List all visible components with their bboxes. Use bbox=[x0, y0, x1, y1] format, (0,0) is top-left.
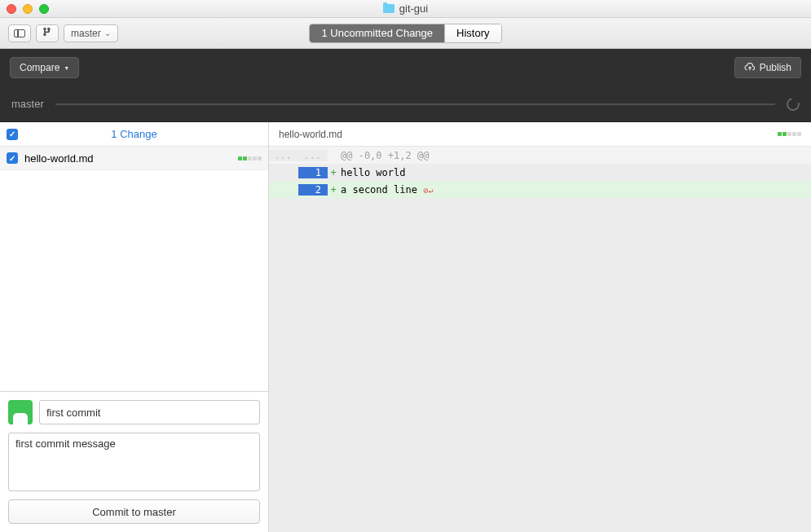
comparison-panel: Compare Publish master bbox=[0, 49, 811, 122]
author-avatar[interactable] bbox=[8, 400, 33, 424]
diff-code: hello world bbox=[339, 167, 811, 178]
file-list: ✓ hello-world.md bbox=[0, 147, 268, 391]
new-line-num: 1 bbox=[298, 167, 328, 178]
diff-filename: hello-world.md bbox=[279, 129, 342, 140]
new-line-num: ... bbox=[298, 150, 328, 161]
toggle-sidebar-button[interactable] bbox=[8, 24, 31, 42]
file-row[interactable]: ✓ hello-world.md bbox=[0, 147, 268, 170]
file-name: hello-world.md bbox=[24, 152, 94, 165]
diff-view: hello-world.md ... ... @@ -0,0 +1,2 @@ 1… bbox=[269, 122, 811, 532]
select-all-checkbox[interactable]: ✓ bbox=[7, 129, 18, 140]
branch-icon bbox=[42, 26, 52, 40]
changes-count-label: 1 Change bbox=[111, 128, 156, 140]
toolbar: master 1 Uncommitted Change History bbox=[0, 18, 811, 49]
window-title: git-gui bbox=[399, 2, 428, 15]
folder-icon bbox=[383, 4, 394, 13]
tab-changes[interactable]: 1 Uncommitted Change bbox=[310, 24, 444, 42]
diff-header: hello-world.md bbox=[269, 122, 811, 147]
publish-button[interactable]: Publish bbox=[734, 57, 801, 78]
file-checkbox[interactable]: ✓ bbox=[7, 152, 18, 164]
diff-stat-icon bbox=[778, 132, 801, 136]
hunk-text: @@ -0,0 +1,2 @@ bbox=[339, 150, 811, 161]
cloud-upload-icon bbox=[744, 63, 756, 73]
changes-header: ✓ 1 Change bbox=[0, 122, 268, 147]
sidebar-icon bbox=[14, 29, 25, 37]
window-close-button[interactable] bbox=[7, 4, 16, 14]
compare-button[interactable]: Compare bbox=[10, 57, 79, 78]
old-line-num: ... bbox=[269, 150, 298, 161]
window-minimize-button[interactable] bbox=[23, 4, 33, 14]
branch-select-label: master bbox=[71, 28, 101, 39]
branch-select[interactable]: master bbox=[64, 24, 118, 42]
diff-hunk-header: ... ... @@ -0,0 +1,2 @@ bbox=[269, 147, 811, 164]
window-zoom-button[interactable] bbox=[39, 4, 49, 14]
diff-code: a second line ⊘↵ bbox=[339, 184, 811, 196]
commit-summary-input[interactable] bbox=[39, 400, 260, 424]
commit-form: Commit to master bbox=[0, 391, 268, 532]
view-segment: 1 Uncommitted Change History bbox=[309, 24, 501, 43]
publish-label: Publish bbox=[760, 62, 791, 73]
create-branch-button[interactable] bbox=[36, 24, 59, 42]
branch-track-label: master bbox=[11, 98, 44, 110]
diff-stat-icon bbox=[238, 156, 262, 160]
commit-button[interactable]: Commit to master bbox=[8, 499, 260, 524]
sync-icon[interactable] bbox=[784, 95, 802, 113]
diff-line-added[interactable]: 2 + a second line ⊘↵ bbox=[269, 181, 811, 198]
diff-line-added[interactable]: 1 + hello world bbox=[269, 164, 811, 181]
tab-history[interactable]: History bbox=[444, 24, 500, 42]
titlebar: git-gui bbox=[0, 0, 811, 18]
changes-sidebar: ✓ 1 Change ✓ hello-world.md Commit to ma… bbox=[0, 122, 269, 532]
commit-timeline bbox=[55, 103, 775, 105]
commit-description-input[interactable] bbox=[8, 433, 260, 491]
new-line-num: 2 bbox=[298, 184, 328, 196]
no-newline-icon: ⊘↵ bbox=[423, 186, 433, 195]
compare-label: Compare bbox=[20, 62, 60, 73]
